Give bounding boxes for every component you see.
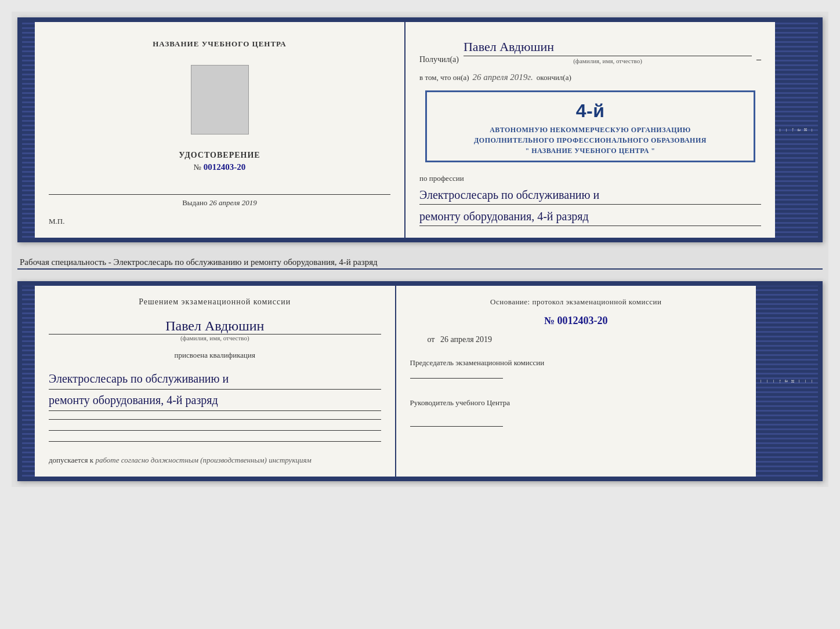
received-label: Получил(а) bbox=[419, 55, 459, 64]
profession-line1-top: Электрослесарь по обслуживанию и bbox=[419, 186, 761, 205]
fio-caption-top: (фамилия, имя, отчество) bbox=[464, 57, 752, 64]
side-label-2: и bbox=[803, 128, 809, 131]
director-sign-line bbox=[410, 426, 503, 427]
stamp-line3: " НАЗВАНИЕ УЧЕБНОГО ЦЕНТРА " bbox=[433, 146, 748, 156]
specialty-text: Рабочая специальность - Электрослесарь п… bbox=[17, 253, 823, 270]
bottom-number: № 0012403-20 bbox=[410, 315, 743, 327]
bottom-right-panel: Основание: протокол экзаменационной коми… bbox=[396, 286, 756, 477]
side-label-4: ← bbox=[790, 127, 796, 133]
bottom-side-4: и bbox=[790, 380, 796, 383]
bottom-left-border-strip bbox=[22, 286, 35, 477]
separator-1 bbox=[49, 419, 381, 420]
info-suffix: окончил(а) bbox=[537, 73, 571, 82]
date-prefix: от bbox=[428, 335, 435, 344]
info-date: 26 апреля 2019г. bbox=[473, 72, 533, 82]
stamp-line2: ДОПОЛНИТЕЛЬНОГО ПРОФЕССИОНАЛЬНОГО ОБРАЗО… bbox=[433, 135, 748, 146]
document-bottom: Решением экзаменационной комиссии Павел … bbox=[17, 281, 823, 481]
director-label: Руководитель учебного Центра bbox=[410, 398, 743, 408]
side-label-1: – bbox=[809, 129, 816, 132]
cert-type-label: УДОСТОВЕРЕНИЕ bbox=[179, 151, 260, 160]
bottom-date: от 26 апреля 2019 bbox=[428, 335, 743, 344]
bottom-recipient-name: Павел Авдюшин bbox=[49, 318, 381, 335]
cert-number-value: 0012403-20 bbox=[204, 162, 246, 172]
profession-label-top: по профессии bbox=[419, 174, 761, 183]
commission-decision-label: Решением экзаменационной комиссии bbox=[49, 297, 381, 307]
right-border-strip: – и а ← – – bbox=[775, 22, 818, 238]
separator-2 bbox=[49, 430, 381, 431]
cert-number-label: № bbox=[194, 163, 201, 172]
profession-line2-top: ремонту оборудования, 4-й разряд bbox=[419, 207, 761, 226]
bottom-side-5: а bbox=[784, 380, 790, 382]
bottom-side-3: – bbox=[796, 380, 803, 383]
info-prefix: в том, что он(а) bbox=[419, 73, 469, 82]
bottom-fio-caption: (фамилия, имя, отчество) bbox=[49, 335, 381, 341]
top-left-panel: НАЗВАНИЕ УЧЕБНОГО ЦЕНТРА УДОСТОВЕРЕНИЕ №… bbox=[35, 22, 405, 238]
allowed-prefix: допускается к bbox=[49, 456, 93, 464]
chairman-sign-line bbox=[410, 378, 503, 379]
left-border-strip bbox=[22, 22, 35, 238]
chairman-section: Председатель экзаменационной комиссии bbox=[410, 358, 743, 381]
bottom-side-1: – bbox=[809, 380, 816, 383]
photo-area bbox=[191, 65, 249, 134]
mp-label: М.П. bbox=[49, 217, 64, 226]
page-wrapper: НАЗВАНИЕ УЧЕБНОГО ЦЕНТРА УДОСТОВЕРЕНИЕ №… bbox=[12, 12, 828, 487]
side-label-6: – bbox=[777, 129, 784, 132]
bottom-right-border-strip: – – – и а ← – – – bbox=[756, 286, 818, 477]
bottom-side-8: – bbox=[765, 380, 771, 383]
side-label-3: а bbox=[796, 129, 803, 131]
date-value: 26 апреля 2019 bbox=[440, 335, 492, 344]
stamp-line1: АВТОНОМНУЮ НЕКОММЕРЧЕСКУЮ ОРГАНИЗАЦИЮ bbox=[433, 125, 748, 135]
allowed-text-block: допускается к работе согласно должностны… bbox=[49, 456, 381, 465]
allowed-text-value: работе согласно должностным (производств… bbox=[95, 456, 311, 464]
bottom-left-panel: Решением экзаменационной комиссии Павел … bbox=[35, 286, 396, 477]
stamp-grade: 4-й bbox=[433, 97, 748, 125]
basis-label: Основание: протокол экзаменационной коми… bbox=[410, 297, 743, 307]
bottom-side-6: ← bbox=[777, 379, 784, 384]
qual-label: присвоена квалификация bbox=[49, 351, 381, 360]
bottom-profession-line1: Электрослесарь по обслуживанию и bbox=[49, 368, 381, 390]
number-value: 0012403-20 bbox=[557, 315, 608, 326]
issued-label: Выдано bbox=[182, 198, 207, 207]
document-top: НАЗВАНИЕ УЧЕБНОГО ЦЕНТРА УДОСТОВЕРЕНИЕ №… bbox=[17, 17, 823, 242]
org-name-placeholder: НАЗВАНИЕ УЧЕБНОГО ЦЕНТРА bbox=[153, 39, 287, 49]
stamp-box: 4-й АВТОНОМНУЮ НЕКОММЕРЧЕСКУЮ ОРГАНИЗАЦИ… bbox=[425, 90, 755, 162]
profession-section-top: по профессии Электрослесарь по обслужива… bbox=[419, 174, 761, 226]
cert-title-block: УДОСТОВЕРЕНИЕ № 0012403-20 bbox=[179, 151, 260, 172]
recipient-name-top: Павел Авдюшин bbox=[464, 39, 752, 56]
bottom-side-9: – bbox=[758, 380, 765, 383]
top-right-panel: Получил(а) Павел Авдюшин (фамилия, имя, … bbox=[405, 22, 775, 238]
bottom-side-7: – bbox=[771, 380, 777, 383]
info-line: в том, что он(а) 26 апреля 2019г. окончи… bbox=[419, 72, 761, 82]
bottom-side-2: – bbox=[803, 380, 809, 383]
separator-3 bbox=[49, 441, 381, 442]
bottom-profession-line2: ремонту оборудования, 4-й разряд bbox=[49, 390, 381, 411]
side-label-5: – bbox=[784, 129, 790, 132]
issued-date: 26 апреля 2019 bbox=[209, 198, 257, 207]
chairman-label: Председатель экзаменационной комиссии bbox=[410, 358, 743, 368]
number-prefix: № bbox=[544, 315, 555, 326]
